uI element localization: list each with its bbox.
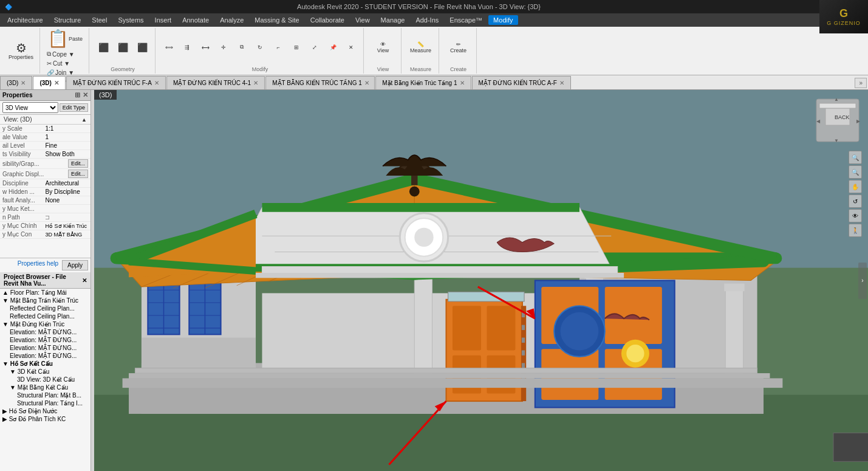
ribbon-btn-split-face[interactable]: ⬛ bbox=[133, 41, 151, 53]
menu-addins[interactable]: Add-Ins bbox=[411, 15, 443, 25]
menu-analyze[interactable]: Analyze bbox=[215, 15, 248, 25]
prop-edit-graphic-disp[interactable]: Edit... bbox=[68, 170, 88, 178]
menu-architecture[interactable]: Architecture bbox=[2, 15, 48, 25]
tab-3d-1-close[interactable]: ✕ bbox=[21, 80, 26, 86]
ribbon-btn-copy[interactable]: ⧉ bbox=[233, 43, 250, 52]
viewport-scroll-right[interactable]: › bbox=[858, 263, 867, 299]
edit-type-button[interactable]: Edit Type bbox=[60, 103, 88, 112]
properties-panel-resize[interactable]: ⊞ bbox=[75, 91, 80, 99]
tree-reflected-1[interactable]: Reflected Ceiling Plan... bbox=[0, 304, 91, 312]
ribbon-btn-join-geo[interactable]: ⬛ bbox=[114, 41, 132, 53]
menu-view[interactable]: View bbox=[350, 15, 375, 25]
ribbon-btn-rotate[interactable]: ↻ bbox=[251, 43, 268, 52]
properties-help-link[interactable]: Properties help bbox=[18, 260, 58, 270]
tab-mat-bang-t1-close[interactable]: ✕ bbox=[460, 80, 465, 86]
nav-walk[interactable]: 🚶 bbox=[849, 224, 862, 237]
menu-systems[interactable]: Systems bbox=[113, 15, 148, 25]
tree-elev-2[interactable]: Elevation: MẶT ĐỨNG... bbox=[0, 336, 91, 344]
tree-3d-view-ket-cau[interactable]: 3D View: 3D Kết Cấu bbox=[0, 376, 91, 383]
properties-panel-close[interactable]: ✕ bbox=[83, 91, 88, 99]
tree-mat-dung[interactable]: ▼ Mặt Đứng Kiến Trúc bbox=[0, 320, 91, 328]
nav-look[interactable]: 👁 bbox=[849, 209, 862, 222]
tree-floor-plan[interactable]: ▲ Floor Plan: Tầng Mái bbox=[0, 289, 91, 297]
tab-mat-dung-fa[interactable]: MẶT ĐỨNG KIẾN TRÚC F-A ✕ bbox=[66, 76, 166, 89]
tab-mat-dung-af[interactable]: MẶT ĐỨNG KIẾN TRÚC A-F ✕ bbox=[472, 76, 571, 89]
menu-massing[interactable]: Massing & Site bbox=[250, 15, 304, 25]
tab-mat-dung-41[interactable]: MẶT ĐỨNG KIẾN TRÚC 4-1 ✕ bbox=[166, 76, 265, 89]
tree-so-do-phan-tich[interactable]: ▶ Sơ Đồ Phân Tích KC bbox=[0, 415, 91, 423]
tree-elev-3[interactable]: Elevation: MẶT ĐỨNG... bbox=[0, 344, 91, 352]
ribbon-btn-create[interactable]: ✏ Create bbox=[448, 40, 470, 55]
ribbon-btn-pin[interactable]: 📌 bbox=[324, 43, 341, 52]
tree-ho-so-ket-cau[interactable]: ▼ Hồ Sơ Kết Cấu bbox=[0, 360, 91, 368]
prop-value-hidden: By Discipline bbox=[46, 188, 89, 195]
nav-zoom-out[interactable]: 🔍 bbox=[849, 165, 862, 179]
ribbon-btn-view[interactable]: 👁 View bbox=[372, 40, 394, 55]
nav-orbit[interactable]: ↺ bbox=[849, 194, 862, 208]
ribbon-btn-align[interactable]: ⟺ bbox=[160, 43, 177, 52]
tree-mat-bang-ket-cau[interactable]: ▼ Mặt Bằng Kết Cấu bbox=[0, 383, 91, 391]
tree-elev-1[interactable]: Elevation: MẶT ĐỨNG... bbox=[0, 328, 91, 336]
ribbon-btn-mirror-pick-axis[interactable]: ⟷ bbox=[197, 43, 214, 52]
main-layout: Properties ⊞ ✕ 3D View Edit Type View: (… bbox=[0, 90, 868, 471]
tab-mat-dung-fa-close[interactable]: ✕ bbox=[154, 80, 159, 86]
type-selector-dropdown[interactable]: 3D View bbox=[2, 102, 58, 113]
apply-button[interactable]: Apply bbox=[62, 260, 88, 270]
copy-icon: ⧉ bbox=[240, 44, 244, 50]
tree-mat-bang-tran[interactable]: ▼ Mặt Bằng Trần Kiến Trúc bbox=[0, 297, 91, 304]
menu-enscape[interactable]: Enscape™ bbox=[445, 15, 487, 25]
ribbon-btn-array[interactable]: ⊞ bbox=[288, 43, 305, 52]
viewport[interactable]: (3D) BACK ▲ ▼ ◀ ▶ bbox=[94, 90, 868, 471]
prop-edit-vis-graph[interactable]: Edit... bbox=[68, 159, 88, 168]
browser-close[interactable]: ✕ bbox=[82, 277, 87, 284]
ribbon-btn-properties[interactable]: ⚙ Properties bbox=[6, 41, 36, 61]
tab-3d-1[interactable]: (3D) ✕ bbox=[0, 76, 32, 89]
ribbon-btn-cope[interactable]: ⧉ Cope ▼ bbox=[45, 50, 85, 58]
ribbon-btn-move[interactable]: ✛ bbox=[215, 43, 232, 52]
ribbon-btn-offset[interactable]: ⇶ bbox=[179, 43, 196, 52]
nav-pan[interactable]: ✋ bbox=[849, 180, 862, 193]
tab-3d-2-close[interactable]: ✕ bbox=[54, 80, 59, 86]
svg-text:▶: ▶ bbox=[856, 119, 861, 124]
ribbon-btn-trim[interactable]: ⌐ bbox=[270, 43, 287, 52]
move-icon: ✛ bbox=[221, 44, 226, 50]
tree-ho-so-dien-nuoc[interactable]: ▶ Hồ Sơ Điện Nước bbox=[0, 407, 91, 415]
ribbon-btn-paste[interactable]: 📋 Paste bbox=[45, 29, 85, 49]
ribbon-btn-delete[interactable]: ✕ bbox=[343, 43, 360, 52]
tab-mat-bang-t1-caps-close[interactable]: ✕ bbox=[364, 80, 369, 86]
tree-reflected-2[interactable]: Reflected Ceiling Plan... bbox=[0, 312, 91, 320]
nav-zoom-in[interactable]: 🔍 bbox=[849, 151, 862, 164]
modify-group-label: Modify bbox=[252, 65, 268, 72]
menu-annotate[interactable]: Annotate bbox=[177, 15, 214, 25]
tab-3d-2[interactable]: (3D) ✕ bbox=[33, 76, 65, 89]
tab-overflow-btn[interactable]: » bbox=[855, 78, 867, 88]
ribbon-btn-measure[interactable]: 📏 Measure bbox=[408, 40, 434, 55]
tab-mat-bang-t1[interactable]: Mặt Bằng Kiến Trúc Tầng 1 ✕ bbox=[375, 76, 471, 89]
viewcube[interactable]: BACK ▲ ▼ ◀ ▶ bbox=[813, 96, 862, 145]
tree-elev-4[interactable]: Elevation: MẶT ĐỨNG... bbox=[0, 352, 91, 360]
svg-text:◀: ◀ bbox=[816, 119, 821, 124]
menu-structure[interactable]: Structure bbox=[49, 15, 86, 25]
svg-rect-36 bbox=[522, 325, 525, 330]
ribbon-btn-cut[interactable]: ✂ Cut ▼ bbox=[45, 60, 85, 67]
viewport-view-label[interactable]: (3D) bbox=[94, 90, 117, 100]
prop-scroll-up[interactable]: ▲ bbox=[81, 117, 87, 123]
ribbon-btn-cut-geo[interactable]: ⬛ bbox=[94, 41, 112, 53]
tree-struct-plan-2[interactable]: Structural Plan: Tầng I... bbox=[0, 399, 91, 407]
prop-row-path: n Path □ bbox=[0, 213, 91, 222]
tab-mat-dung-af-close[interactable]: ✕ bbox=[559, 80, 564, 86]
tree-3d-ket-cau[interactable]: ▼ 3D Kết Cấu bbox=[0, 368, 91, 376]
menu-manage[interactable]: Manage bbox=[376, 15, 410, 25]
menu-collaborate[interactable]: Collaborate bbox=[306, 15, 349, 25]
tree-expand-3d-ket-cau: ▼ bbox=[10, 368, 16, 375]
tab-mat-bang-t1-caps[interactable]: MẶT BẰNG KIẾN TRÚC TẦNG 1 ✕ bbox=[265, 76, 375, 89]
menu-modify[interactable]: Modify bbox=[488, 15, 518, 25]
ribbon-btn-scale[interactable]: ⤢ bbox=[306, 43, 323, 52]
tab-mat-dung-41-close[interactable]: ✕ bbox=[253, 80, 258, 86]
prop-row-hidden: w Hidden ... By Discipline bbox=[0, 188, 91, 196]
cut-geo-icon: ⬛ bbox=[98, 43, 109, 52]
menu-steel[interactable]: Steel bbox=[87, 15, 112, 25]
prop-label-discipline: Discipline bbox=[2, 180, 46, 187]
menu-insert[interactable]: Insert bbox=[150, 15, 177, 25]
tree-struct-plan-1[interactable]: Structural Plan: Mặt B... bbox=[0, 391, 91, 399]
